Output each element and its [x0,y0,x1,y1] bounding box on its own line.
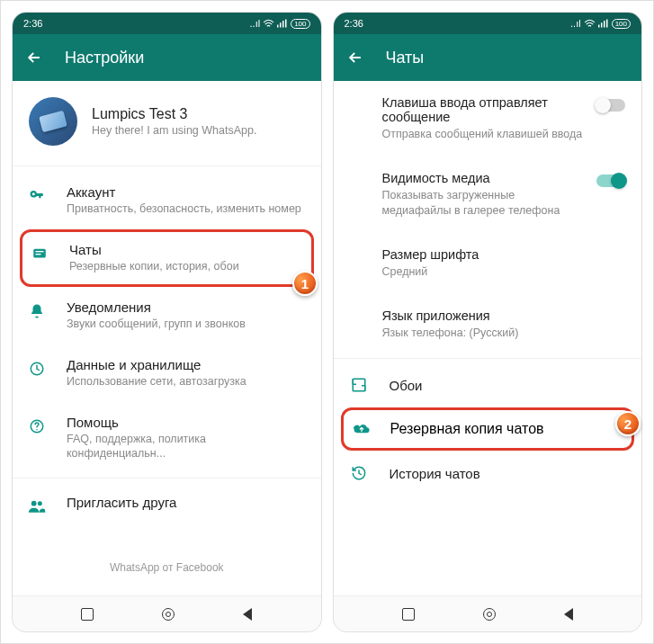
wifi-icon [584,19,596,28]
appbar-title: Настройки [65,49,144,67]
item-sub: Использование сети, автозагрузка [67,374,246,389]
statusbar: 2:36 ..ıl 100 [334,13,642,34]
setting-title: Видимость медиа [382,171,587,185]
toggle-off-icon[interactable] [596,99,625,112]
svg-point-11 [38,501,42,505]
battery-icon: 100 [291,19,309,29]
setting-app-language[interactable]: Язык приложения Язык телефона: (Русский) [334,294,642,355]
statusbar-indicators: ..ıl 100 [570,18,631,29]
settings-item-help[interactable]: Помощь FAQ, поддержка, политика конфиден… [13,402,321,475]
row-title: История чатов [390,466,480,481]
history-icon [350,464,368,482]
nav-recents-icon[interactable] [81,608,94,621]
profile-name: Lumpics Test 3 [92,106,256,122]
nav-home-icon[interactable] [162,608,175,621]
wallpaper-icon [350,376,368,394]
phone-right-chats: 2:36 ..ıl 100 Чаты Клавиша ввода отправл… [333,12,643,632]
profile-status: Hey there! I am using WhatsApp. [92,124,256,137]
svg-rect-3 [285,20,287,28]
profile-row[interactable]: Lumpics Test 3 Hey there! I am using Wha… [13,81,321,165]
settings-content: Lumpics Test 3 Hey there! I am using Wha… [13,81,321,595]
cloud-backup-icon [353,422,371,436]
svg-rect-1 [280,22,282,27]
setting-font-size[interactable]: Размер шрифта Средний [334,233,642,294]
svg-rect-0 [277,25,279,28]
setting-title: Клавиша ввода отправляет сообщение [382,95,587,124]
nav-back-icon[interactable] [243,608,252,621]
callout-badge-1: 1 [292,271,318,296]
settings-item-chats[interactable]: Чаты Резервные копии, история, обои [20,229,314,287]
settings-item-notifications[interactable]: Уведомления Звуки сообщений, групп и зво… [13,287,321,344]
item-sub: Приватность, безопасность, изменить номе… [67,201,301,217]
battery-icon: 100 [612,19,631,29]
svg-rect-12 [598,25,600,28]
item-title: Уведомления [67,300,246,315]
nav-recents-icon[interactable] [402,608,415,621]
settings-item-invite[interactable]: Пригласить друга [13,482,321,529]
svg-rect-14 [604,21,605,28]
divider [334,358,642,359]
setting-title: Язык приложения [382,309,615,323]
voice-icon: ..ıl [570,18,581,29]
item-title: Чаты [69,242,239,257]
item-title: Данные и хранилище [67,357,246,372]
chats-content: Клавиша ввода отправляет сообщение Отпра… [334,81,642,595]
row-title: Резервная копия чатов [390,421,544,437]
item-sub: Звуки сообщений, групп и звонков [67,317,246,332]
signal-icon [598,19,609,28]
setting-sub: Средний [382,264,615,280]
android-navbar [334,595,642,631]
svg-rect-4 [33,249,46,258]
voice-icon: ..ıl [250,18,261,29]
svg-rect-13 [601,22,603,27]
row-history[interactable]: История чатов [334,451,642,496]
signal-icon [277,19,288,28]
phone-left-settings: 2:36 ..ıl 100 Настройки Lumpics Test 3 H… [12,12,322,632]
statusbar-time: 2:36 [345,18,363,29]
svg-point-9 [36,429,38,431]
svg-rect-5 [36,251,44,252]
item-title: Помощь [67,415,307,430]
toggle-on-icon[interactable] [596,174,625,187]
nav-home-icon[interactable] [483,608,496,621]
setting-title: Размер шрифта [382,247,615,262]
back-icon[interactable] [25,49,43,67]
row-backup[interactable]: Резервная копия чатов [341,407,635,451]
item-title: Аккаунт [67,184,301,200]
appbar-chats: Чаты [334,34,642,81]
setting-sub: Показывать загруженные медиафайлы в гале… [382,188,587,219]
statusbar-time: 2:36 [23,18,42,29]
item-title: Пригласить друга [67,495,176,510]
key-icon [27,186,47,206]
callout-badge-2: 2 [615,411,641,436]
settings-item-account[interactable]: Аккаунт Приватность, безопасность, измен… [13,172,321,229]
setting-media-visibility[interactable]: Видимость медиа Показывать загруженные м… [334,157,642,233]
android-navbar [13,595,321,631]
svg-rect-2 [282,21,284,28]
settings-item-data[interactable]: Данные и хранилище Использование сети, а… [13,344,321,402]
back-icon[interactable] [346,49,364,67]
footer-text: WhatsApp от Facebook [13,534,321,574]
help-icon [27,416,47,436]
data-icon [27,359,47,379]
wifi-icon [263,19,274,28]
bell-icon [27,301,47,321]
svg-point-10 [31,501,37,506]
statusbar: 2:36 ..ıl 100 [13,13,321,34]
statusbar-indicators: ..ıl 100 [250,18,310,29]
setting-sub: Язык телефона: (Русский) [382,326,615,341]
appbar-title: Чаты [386,49,425,67]
chat-icon [30,244,49,264]
row-title: Обои [390,378,423,393]
svg-rect-6 [36,254,41,255]
people-icon [27,496,47,516]
divider [13,478,321,479]
setting-sub: Отправка сообщений клавишей ввода [382,127,587,142]
avatar [29,97,77,146]
row-wallpaper[interactable]: Обои [334,362,642,407]
setting-enter-send[interactable]: Клавиша ввода отправляет сообщение Отпра… [334,81,642,157]
appbar-settings: Настройки [13,34,321,81]
svg-rect-15 [606,20,608,28]
nav-back-icon[interactable] [564,608,573,621]
item-sub: Резервные копии, история, обои [69,259,239,274]
